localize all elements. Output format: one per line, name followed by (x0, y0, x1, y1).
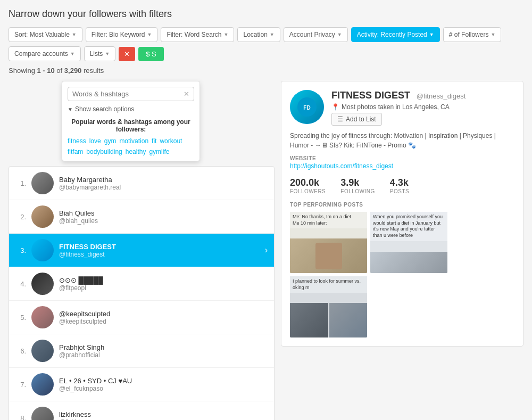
fitness-digest-logo: FD (297, 97, 317, 117)
page-title: Narrow down your followers with filters (9, 9, 523, 20)
word-search-input[interactable] (72, 90, 184, 98)
stat-number: 3.9k (340, 177, 375, 188)
avatar (31, 306, 54, 328)
chevron-down-icon: ▼ (224, 32, 229, 37)
avatar (31, 172, 54, 194)
post-thumbnail[interactable]: I planned to look for summer vs. oking m (290, 276, 367, 337)
avatar (31, 373, 54, 396)
rank: 4. (15, 280, 26, 288)
profile-name: FITNESS DIGEST (331, 90, 410, 101)
hashtag-love[interactable]: love (89, 137, 101, 145)
chevron-down-icon: ▼ (270, 32, 275, 37)
location-pin-icon: 📍 (331, 103, 339, 111)
rank: 8. (15, 414, 26, 421)
avatar (31, 239, 54, 261)
hashtag-motivation[interactable]: motivation (119, 137, 148, 145)
right-panel: FD FITNESS DIGEST @fitness_digest 📍 Most… (281, 81, 523, 420)
avatar (31, 407, 54, 420)
hashtag-fitness[interactable]: fitness (68, 137, 86, 145)
rank: 1. (15, 179, 26, 187)
hashtag-fitfam[interactable]: fitfam (68, 148, 83, 155)
filter-bio-dropdown[interactable]: Filter: Bio Keyword ▼ (86, 27, 158, 42)
stat-label: FOLLOWERS (290, 188, 326, 194)
followers-dropdown[interactable]: # of Followers ▼ (443, 27, 502, 42)
profile-avatar: FD (290, 90, 324, 124)
results-count: Showing 1 - 10 of 3,290 results (9, 67, 523, 75)
compare-accounts-dropdown[interactable]: Compare accounts ▼ (9, 46, 81, 61)
stat-followers: 200.0k FOLLOWERS (290, 177, 326, 194)
user-info: Baby Margaretha @babymargareth.real (59, 176, 268, 191)
post-thumbnail[interactable]: Me: No thanks, Im on a dietMe 10 min lat… (290, 212, 367, 273)
hashtag-gym[interactable]: gym (104, 137, 117, 145)
avatar (31, 340, 54, 362)
hashtag-workout[interactable]: workout (160, 137, 182, 145)
top-posts-label: TOP PERFORMING POSTS (290, 202, 514, 208)
list-item[interactable]: 7. EL • 26 • SYD • CJ ♥AU @el_fcuknpaso (9, 368, 274, 401)
user-handle: @fitpeopl (59, 284, 268, 292)
user-handle: @keepitsculpted (59, 318, 268, 325)
user-handle: @babymargareth.real (59, 184, 268, 191)
main-content: ✕ ▼ Show search options Popular words & … (9, 81, 523, 420)
hashtag-bodybuilding[interactable]: bodybuilding (86, 148, 122, 155)
user-handle: @prabhofficial (59, 351, 268, 359)
profile-info: FITNESS DIGEST @fitness_digest 📍 Most ph… (331, 90, 514, 126)
remove-button[interactable]: ✕ (119, 47, 135, 61)
search-input-wrap: ✕ (68, 87, 194, 101)
lists-dropdown[interactable]: Lists ▼ (84, 46, 116, 61)
user-name: ⊙⊙⊙ █████ (59, 276, 268, 284)
post-thumbnail[interactable]: When you promised yourself you would sta… (370, 212, 447, 273)
stat-following: 3.9k FOLLOWING (340, 177, 375, 194)
post-text: I planned to look for summer vs. oking m (293, 278, 361, 290)
hashtag-fit[interactable]: fit (152, 137, 156, 145)
user-handle: @biah_quiles (59, 217, 268, 225)
clear-icon[interactable]: ✕ (184, 90, 189, 98)
sort-dropdown[interactable]: Sort: Most Valuable ▼ (9, 27, 82, 42)
list-item[interactable]: 2. Biah Quiles @biah_quiles (9, 200, 274, 234)
user-name: Baby Margaretha (59, 176, 268, 184)
chevron-down-icon: ▼ (147, 32, 152, 37)
hashtag-gymlife[interactable]: gymlife (149, 148, 169, 155)
hashtag-healthy[interactable]: healthy (126, 148, 146, 155)
activity-dropdown[interactable]: Activity: Recently Posted ▼ (351, 27, 440, 42)
account-privacy-dropdown[interactable]: Account Privacy ▼ (284, 27, 348, 42)
show-search-options-button[interactable]: ▼ Show search options (68, 105, 194, 113)
stat-number: 4.3k (390, 177, 409, 188)
user-info: FITNESS DIGEST @fitness_digest (59, 243, 260, 258)
location-dropdown[interactable]: Location ▼ (237, 27, 280, 42)
user-handle: @fitness_digest (59, 251, 260, 258)
profile-header: FD FITNESS DIGEST @fitness_digest 📍 Most… (290, 90, 514, 126)
profile-username: @fitness_digest (417, 92, 466, 100)
user-info: Biah Quiles @biah_quiles (59, 209, 268, 225)
list-item[interactable]: 1. Baby Margaretha @babymargareth.real (9, 167, 274, 200)
popular-hashtags-label: Popular words & hashtags among your foll… (68, 118, 194, 133)
add-to-list-button[interactable]: ☰ Add to List (331, 113, 382, 126)
svg-text:FD: FD (303, 105, 310, 111)
post-text: When you promised yourself you would sta… (373, 214, 443, 238)
list-item[interactable]: 5. @keepitsculpted @keepitsculpted (9, 301, 274, 334)
arrow-right-icon: › (265, 245, 268, 255)
post-text: Me: No thanks, Im on a dietMe 10 min lat… (293, 214, 351, 226)
stat-posts: 4.3k POSTS (390, 177, 409, 194)
user-info: Prabhjot Singh @prabhofficial (59, 343, 268, 359)
profile-card: FD FITNESS DIGEST @fitness_digest 📍 Most… (281, 81, 523, 347)
hashtag-links: fitness love gym motivation fit workout … (68, 137, 194, 155)
rank: 3. (15, 246, 26, 254)
toolbar-row1: Sort: Most Valuable ▼ Filter: Bio Keywor… (9, 27, 523, 42)
chevron-down-icon: ▼ (337, 32, 342, 37)
user-info: lizkirkness @lizkirkness (59, 410, 268, 421)
list-item-active[interactable]: 3. FITNESS DIGEST @fitness_digest › (9, 234, 274, 267)
list-item[interactable]: 4. ⊙⊙⊙ █████ @fitpeopl (9, 267, 274, 301)
rank: 6. (15, 347, 26, 355)
list-item[interactable]: 8. lizkirkness @lizkirkness (9, 401, 274, 420)
profile-bio: Spreading the joy of fitness through: Mo… (290, 131, 514, 150)
user-name: @keepitsculpted (59, 310, 268, 318)
rank: 2. (15, 213, 26, 221)
list-item[interactable]: 6. Prabhjot Singh @prabhofficial (9, 334, 274, 368)
profile-website-link[interactable]: http://igshoutouts.com/fitness_digest (290, 162, 514, 170)
user-info: ⊙⊙⊙ █████ @fitpeopl (59, 276, 268, 292)
word-search-dropdown: ✕ ▼ Show search options Popular words & … (62, 81, 200, 161)
add-button[interactable]: $ S (138, 47, 164, 61)
user-name: FITNESS DIGEST (59, 243, 260, 251)
user-name: Prabhjot Singh (59, 343, 268, 351)
filter-word-dropdown[interactable]: Filter: Word Search ▼ (161, 27, 234, 42)
